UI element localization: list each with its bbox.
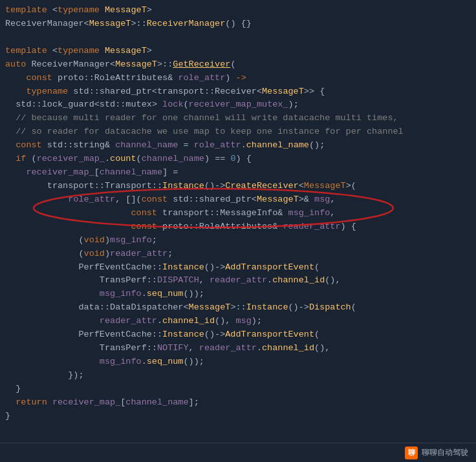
code-line-18: (void)msg_info; [0,234,476,247]
brand-icon-text: 聊 [408,447,415,458]
code-line-22: msg_info.seq_num()); [0,288,476,301]
code-line-19: (void)reader_attr; [0,247,476,261]
code-line-25: PerfEventCache::Instance()->AddTransport… [0,328,476,342]
code-line-10: // so reader for datacache we use map to… [0,125,476,139]
code-line-27: msg_info.seq_num()); [0,355,476,369]
code-line-28: }); [0,369,476,383]
code-lines: template <typename MessageT> ReceiverMan… [0,0,476,443]
code-line-30: return receiver_map_[channel_name]; [0,396,476,410]
code-line-23: data::DataDispatcher<MessageT>::Instance… [0,301,476,315]
code-line-15: role_attr, [](const std::shared_ptr<Mess… [0,193,476,207]
bottom-bar: 聊 聊聊自动驾驶 [0,443,476,462]
code-line-14: transport::Transport::Instance()->Create… [0,180,476,193]
code-line-3 [0,31,476,45]
code-line-31: } [0,410,476,423]
code-line-24: reader_attr.channel_id(), msg); [0,315,476,328]
code-line-21: TransPerf::DISPATCH, reader_attr.channel… [0,274,476,288]
code-line-9: // because multi reader for one channel … [0,112,476,125]
code-line-17: const proto::RoleAttributes& reader_attr… [0,220,476,234]
code-line-1: template <typename MessageT> [0,4,476,17]
brand-icon: 聊 [405,446,418,459]
code-line-5: auto ReceiverManager<MessageT>::GetRecei… [0,58,476,72]
code-line-29: } [0,383,476,396]
code-line-8: std::lock_guard<std::mutex> lock(receive… [0,98,476,112]
branding: 聊 聊聊自动驾驶 [405,446,468,459]
code-line-16: const transport::MessageInfo& msg_info, [0,207,476,220]
code-line-7: typename std::shared_ptr<transport::Rece… [0,85,476,99]
code-editor: template <typename MessageT> ReceiverMan… [0,0,476,443]
code-line-2: ReceiverManager<MessageT>::ReceiverManag… [0,17,476,31]
code-line-12: if (receiver_map_.count(channel_name) ==… [0,152,476,166]
code-line-20: PerfEventCache::Instance()->AddTransport… [0,261,476,275]
code-line-11: const std::string& channel_name = role_a… [0,139,476,152]
code-line-13: receiver_map_[channel_name] = [0,166,476,180]
code-line-26: TransPerf::NOTIFY, reader_attr.channel_i… [0,342,476,355]
code-line-6: const proto::RoleAttributes& role_attr) … [0,72,476,85]
code-line-4: template <typename MessageT> [0,45,476,58]
brand-text: 聊聊自动驾驶 [422,446,468,459]
